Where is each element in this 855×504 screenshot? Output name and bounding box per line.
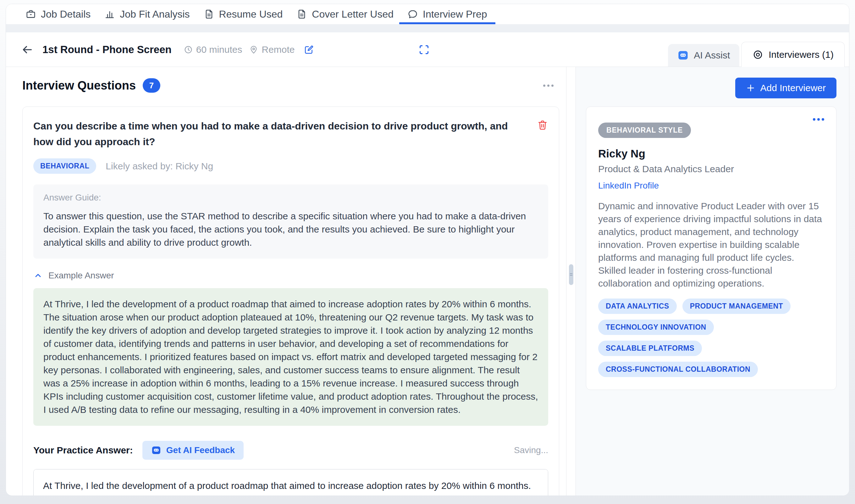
robot-icon [151, 445, 161, 455]
add-interviewer-row: Add Interviewer [586, 78, 836, 98]
interviewer-title: Product & Data Analytics Leader [598, 164, 824, 174]
tab-ai-assist[interactable]: AI Assist [668, 44, 739, 67]
back-button[interactable] [20, 43, 34, 57]
questions-menu-button[interactable] [543, 85, 554, 87]
example-answer-text: At Thrive, I led the development of a pr… [43, 298, 538, 416]
plus-icon [746, 83, 755, 93]
skill-tag: CROSS-FUNCTIONAL COLLABORATION [598, 362, 758, 377]
practice-answer-header: Your Practice Answer: Get AI Feedback Sa… [33, 441, 548, 460]
tab-label: Resume Used [219, 8, 283, 20]
duration-meta: 60 minutes [183, 44, 242, 55]
interviewer-style-badge: BEHAVIORAL STYLE [598, 123, 691, 138]
practice-answer-label: Your Practice Answer: [33, 445, 133, 456]
tab-interviewers[interactable]: Interviewers (1) [741, 42, 844, 67]
tab-label: Cover Letter Used [312, 8, 394, 20]
pane-resize-handle[interactable] [569, 264, 573, 285]
right-panel-tabs: AI Assist Interviewers (1) [668, 42, 844, 67]
skill-tag: DATA ANALYTICS [598, 299, 677, 314]
clock-icon [183, 45, 193, 54]
question-header: Can you describe a time when you had to … [33, 118, 548, 149]
feedback-button-label: Get AI Feedback [166, 445, 235, 455]
tab-cover-letter-used[interactable]: Cover Letter Used [297, 4, 394, 24]
question-type-badge: BEHAVIORAL [33, 158, 96, 174]
chevron-up-icon [33, 271, 43, 280]
map-pin-icon [249, 45, 259, 54]
pane-gutter [566, 67, 575, 496]
delete-question-button[interactable] [537, 118, 548, 131]
interviewer-menu-button[interactable] [813, 118, 824, 121]
tab-label: AI Assist [694, 50, 730, 61]
bar-chart-icon [104, 9, 115, 19]
answer-guide-text: To answer this question, use the STAR me… [43, 210, 538, 249]
tab-label: Job Details [41, 8, 91, 20]
interviewer-card: BEHAVIORAL STYLE Ricky Ng Product & Data… [586, 107, 836, 390]
answer-guide-box: Answer Guide: To answer this question, u… [33, 184, 548, 258]
example-answer-toggle[interactable]: Example Answer [33, 271, 548, 281]
add-interviewer-label: Add Interviewer [760, 83, 826, 93]
fullscreen-button[interactable] [418, 43, 430, 56]
saving-status: Saving... [514, 445, 548, 455]
chat-bubble-icon [407, 9, 418, 19]
skill-tag: SCALABLE PLATFORMS [598, 341, 702, 356]
interviewer-name: Ricky Ng [598, 147, 824, 160]
trash-icon [537, 120, 548, 131]
tab-label: Interviewers (1) [769, 49, 834, 60]
tab-job-fit-analysis[interactable]: Job Fit Analysis [104, 4, 190, 24]
section-title: Interview Questions [22, 79, 136, 92]
interviewers-sidebar: Add Interviewer BEHAVIORAL STYLE Ricky N… [575, 67, 849, 496]
example-answer-box: At Thrive, I led the development of a pr… [33, 288, 548, 426]
edit-session-button[interactable] [304, 44, 314, 55]
tab-resume-used[interactable]: Resume Used [204, 4, 283, 24]
session-title: 1st Round - Phone Screen [42, 44, 172, 56]
interviewer-bio: Dynamic and innovative Product Leader wi… [598, 199, 824, 290]
add-interviewer-button[interactable]: Add Interviewer [735, 78, 836, 98]
main-pane: Interview Questions 7 Can you describe a… [6, 67, 566, 496]
tab-label: Job Fit Analysis [120, 8, 190, 20]
example-answer-label: Example Answer [49, 271, 114, 281]
interviewer-card-top: BEHAVIORAL STYLE [598, 118, 824, 138]
question-text: Can you describe a time when you had to … [33, 118, 524, 149]
separator-band [6, 24, 849, 32]
answer-guide-label: Answer Guide: [43, 193, 538, 203]
content-area: Interview Questions 7 Can you describe a… [6, 67, 849, 496]
edit-pencil-icon [304, 44, 314, 55]
duration-text: 60 minutes [196, 44, 242, 55]
tab-interview-prep[interactable]: Interview Prep [407, 4, 487, 24]
file-text-icon [297, 9, 307, 19]
eye-icon [752, 49, 764, 60]
question-meta: BEHAVIORAL Likely asked by: Ricky Ng [33, 158, 548, 174]
skill-tag: PRODUCT MANAGEMENT [682, 299, 791, 314]
session-header: 1st Round - Phone Screen 60 minutes Remo… [6, 32, 849, 67]
location-meta: Remote [249, 44, 295, 55]
question-count-badge: 7 [143, 78, 160, 93]
arrow-left-icon [21, 43, 34, 56]
likely-asked-by: Likely asked by: Ricky Ng [106, 161, 213, 172]
tab-job-details[interactable]: Job Details [25, 4, 91, 24]
tab-label: Interview Prep [423, 8, 487, 20]
practice-answer-input[interactable]: At Thrive, I led the development of a pr… [33, 469, 548, 496]
top-tab-bar: Job Details Job Fit Analysis Resume Used… [6, 4, 849, 24]
briefcase-icon [25, 9, 36, 19]
file-text-icon [204, 9, 214, 19]
skill-tag: TECHNOLOGY INNOVATION [598, 320, 714, 335]
app-window: Job Details Job Fit Analysis Resume Used… [6, 4, 849, 496]
linkedin-profile-link[interactable]: LinkedIn Profile [598, 181, 659, 191]
interviewer-tags: DATA ANALYTICS PRODUCT MANAGEMENT TECHNO… [598, 299, 806, 377]
fullscreen-icon [418, 43, 430, 56]
get-ai-feedback-button[interactable]: Get AI Feedback [142, 441, 244, 460]
robot-icon [677, 50, 689, 61]
questions-section-header: Interview Questions 7 [22, 78, 559, 93]
location-text: Remote [262, 44, 295, 55]
question-card: Can you describe a time when you had to … [22, 107, 559, 496]
